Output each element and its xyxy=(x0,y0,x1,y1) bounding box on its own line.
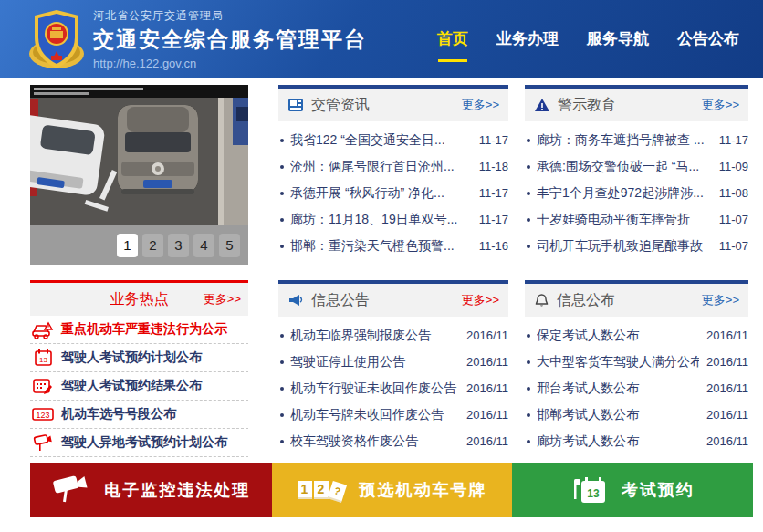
bullet-icon xyxy=(280,192,284,195)
warning-link[interactable]: 司机开车玩手机致追尾酿事故 xyxy=(537,238,712,255)
more-link[interactable]: 更多>> xyxy=(204,291,241,308)
banner-label: 电子监控违法处理 xyxy=(105,479,251,501)
notice-link[interactable]: 校车驾驶资格作废公告 xyxy=(290,433,459,450)
list-item: 邢台考试人数公布2016/11 xyxy=(525,375,748,402)
traffic-camera-photo[interactable] xyxy=(30,85,248,225)
bullet-icon xyxy=(527,440,530,443)
camera-icon xyxy=(32,433,54,453)
page-button-4[interactable]: 4 xyxy=(193,234,214,257)
panel-traffic-news: 交管资讯 更多>> 我省122 “全国交通安全日...11-17 沧州：俩尾号限… xyxy=(278,85,508,265)
notice-date: 2016/11 xyxy=(466,381,508,395)
hotspot-link[interactable]: 驾驶人考试预约结果公布 xyxy=(61,378,202,394)
cctv-camera-icon xyxy=(52,475,90,506)
notice-link[interactable]: 驾驶证停止使用公告 xyxy=(290,354,459,370)
traffic-portal-page: 河北省公安厅交通管理局 交通安全综合服务管理平台 http://he.122.g… xyxy=(0,0,763,532)
hotspot-item[interactable]: 驾驶人考试预约结果公布 xyxy=(30,372,248,401)
carousel-pagination: 1 2 3 4 5 xyxy=(30,225,248,265)
hotspot-item[interactable]: 驾驶人异地考试预约计划公布 xyxy=(30,429,248,457)
banner-surveillance-violations[interactable]: 电子监控违法处理 xyxy=(30,463,272,517)
publication-link[interactable]: 邯郸考试人数公布 xyxy=(537,407,699,423)
warning-link[interactable]: 十岁娃骑电动平衡车摔骨折 xyxy=(537,212,712,228)
photo-carousel: 1 2 3 4 5 xyxy=(30,85,248,265)
more-link[interactable]: 更多>> xyxy=(462,97,499,113)
news-link[interactable]: 邯郸：重污染天气橙色预警... xyxy=(290,238,472,255)
news-link[interactable]: 沧州：俩尾号限行首日沧州... xyxy=(290,159,472,175)
banner-exam-booking[interactable]: 13 考试预约 xyxy=(512,463,753,517)
news-date: 11-18 xyxy=(479,160,508,173)
notice-link[interactable]: 机动车行驶证未收回作废公告 xyxy=(290,381,459,397)
news-link[interactable]: 我省122 “全国交通安全日... xyxy=(290,132,472,149)
content-row-top: 1 2 3 4 5 交管资讯 xyxy=(30,85,748,265)
page-button-2[interactable]: 2 xyxy=(142,234,163,257)
news-date: 11-17 xyxy=(479,133,508,147)
list-item: 丰宁1个月查处972起涉牌涉...11-08 xyxy=(525,180,748,206)
hotspot-item[interactable]: 13 驾驶人考试预约计划公布 xyxy=(30,344,248,372)
banner-preselect-plate[interactable]: 1 2 ? 预选机动车号牌 xyxy=(272,463,512,517)
hotspot-link[interactable]: 驾驶人异地考试预约计划公布 xyxy=(61,434,227,451)
more-link[interactable]: 更多>> xyxy=(702,292,739,308)
bullet-icon xyxy=(280,165,284,169)
nav-item-service-guide[interactable]: 服务导航 xyxy=(587,23,649,55)
car-warning-icon xyxy=(32,319,54,339)
hotspot-link[interactable]: 驾驶人考试预约计划公布 xyxy=(61,349,202,366)
notice-link[interactable]: 机动车号牌未收回作废公告 xyxy=(290,407,459,423)
publication-link[interactable]: 大中型客货车驾驶人满分公布 xyxy=(537,354,699,370)
bullet-icon xyxy=(527,165,530,169)
publication-date: 2016/11 xyxy=(706,355,748,369)
more-link[interactable]: 更多>> xyxy=(702,97,739,113)
svg-text:123: 123 xyxy=(36,411,49,420)
panel-title: 警示教育 xyxy=(558,96,616,115)
list-item: 校车驾驶资格作废公告2016/11 xyxy=(278,428,508,454)
notice-date: 2016/11 xyxy=(466,408,508,422)
publication-date: 2016/11 xyxy=(706,434,748,448)
panel-warning-header: 警示教育 更多>> xyxy=(525,89,748,121)
main-content: 1 2 3 4 5 交管资讯 xyxy=(30,85,748,457)
panel-title: 业务热点 xyxy=(110,290,169,309)
news-list: 我省122 “全国交通安全日...11-17 沧州：俩尾号限行首日沧州...11… xyxy=(278,121,508,259)
bullet-icon xyxy=(527,413,530,417)
nav-item-home[interactable]: 首页 xyxy=(437,23,468,55)
publication-link[interactable]: 廊坊考试人数公布 xyxy=(537,433,699,450)
plate-numbers-icon: 1 2 ? xyxy=(298,481,345,499)
page-button-3[interactable]: 3 xyxy=(168,234,189,257)
publication-link[interactable]: 保定考试人数公布 xyxy=(537,328,699,344)
nav-item-announcements[interactable]: 公告公布 xyxy=(677,23,739,55)
publication-date: 2016/11 xyxy=(706,408,748,422)
notices-list: 机动车临界强制报废公告2016/11 驾驶证停止使用公告2016/11 机动车行… xyxy=(278,317,508,454)
hotspot-link[interactable]: 机动车选号号段公布 xyxy=(61,406,176,422)
list-item: 邯郸考试人数公布2016/11 xyxy=(525,402,748,428)
list-item: 邯郸：重污染天气橙色预警...11-16 xyxy=(278,233,508,259)
plate-digit: 2 xyxy=(314,481,329,499)
list-item: 司机开车玩手机致追尾酿事故11-07 xyxy=(525,233,748,259)
news-link[interactable]: 承德开展 “秋风行动” 净化... xyxy=(290,185,472,202)
banner-label: 考试预约 xyxy=(622,479,695,501)
white-car xyxy=(30,112,106,197)
hotspot-link[interactable]: 重点机动车严重违法行为公示 xyxy=(61,321,227,338)
page-button-1[interactable]: 1 xyxy=(117,234,138,257)
publication-link[interactable]: 邢台考试人数公布 xyxy=(537,381,699,397)
plate-digit: 1 xyxy=(298,481,312,499)
bullet-icon xyxy=(280,440,284,443)
bullet-icon xyxy=(527,334,530,338)
svg-text:13: 13 xyxy=(39,356,47,364)
panel-info-notices: 信息公告 更多>> 机动车临界强制报废公告2016/11 驾驶证停止使用公告20… xyxy=(278,280,508,457)
site-header: 河北省公安厅交通管理局 交通安全综合服务管理平台 http://he.122.g… xyxy=(0,0,763,78)
bullet-icon xyxy=(527,218,530,222)
warning-link[interactable]: 廊坊：商务车遮挡号牌被查 ... xyxy=(537,132,712,149)
panel-business-hotspots: 业务热点 更多>> 重点机动车严重违法行为公示 xyxy=(30,280,248,457)
police-emblem-logo xyxy=(26,6,88,72)
hotspot-item[interactable]: 重点机动车严重违法行为公示 xyxy=(30,316,248,344)
news-link[interactable]: 廊坊：11月18、19日单双号... xyxy=(290,212,472,228)
page-button-5[interactable]: 5 xyxy=(219,234,240,257)
hotspot-item[interactable]: 123 机动车选号号段公布 xyxy=(30,401,248,429)
more-link[interactable]: 更多>> xyxy=(462,292,499,308)
warning-link[interactable]: 丰宁1个月查处972起涉牌涉... xyxy=(537,185,712,202)
warning-link[interactable]: 承德:围场交警侦破一起 “马... xyxy=(537,159,712,175)
notice-link[interactable]: 机动车临界强制报废公告 xyxy=(290,328,459,344)
nav-item-business[interactable]: 业务办理 xyxy=(496,23,559,55)
panel-traffic-news-header: 交管资讯 更多>> xyxy=(278,89,508,121)
list-item: 大中型客货车驾驶人满分公布2016/11 xyxy=(525,349,748,375)
publication-date: 2016/11 xyxy=(706,329,748,342)
publication-date: 2016/11 xyxy=(706,381,748,395)
list-item: 机动车行驶证未收回作废公告2016/11 xyxy=(278,375,508,402)
